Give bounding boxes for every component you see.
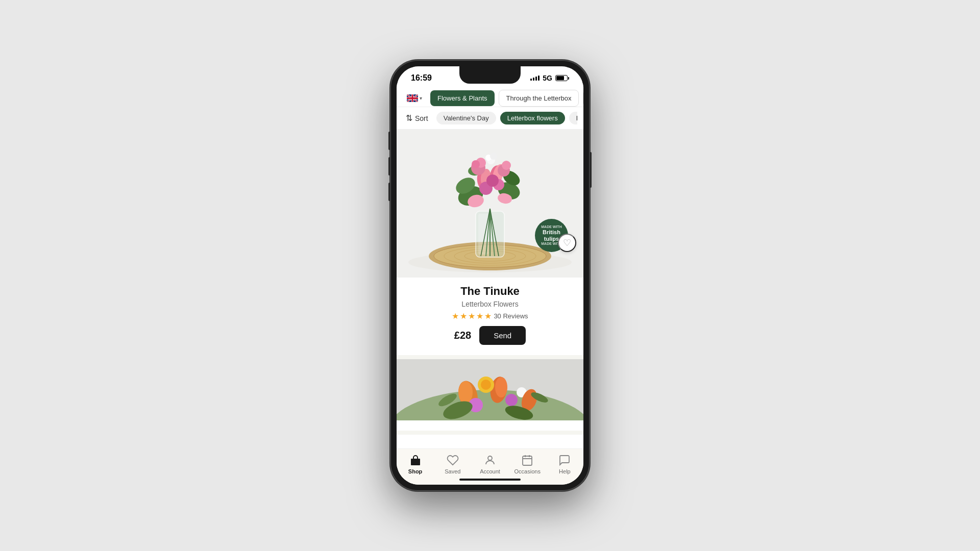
phone-screen: 16:59 5G (397, 66, 583, 485)
svg-point-31 (490, 153, 497, 160)
sort-icon: ⇅ (406, 113, 412, 123)
send-button[interactable]: Send (479, 326, 526, 345)
main-content: ▾ Flowers & Plants Through the Letterbox… (397, 87, 583, 485)
phone-frame: 16:59 5G (390, 60, 590, 491)
svg-point-54 (488, 456, 492, 460)
status-icons: 5G (530, 74, 569, 82)
nav-label-account: Account (480, 468, 500, 474)
filter-chip-letterbox[interactable]: Letterbox flowers (500, 112, 565, 124)
svg-point-26 (472, 160, 480, 168)
filter-chip-letterbox-p[interactable]: Letterbox p... (569, 112, 577, 124)
badge-made-with: MADE WITH (541, 225, 561, 229)
home-indicator (459, 479, 521, 481)
product-price-row: £28 Send (397, 326, 583, 345)
status-time: 16:59 (411, 73, 432, 83)
language-chevron: ▾ (420, 95, 422, 101)
product-price: £28 (454, 330, 471, 341)
svg-point-44 (481, 380, 491, 390)
dynamic-island (459, 66, 521, 84)
tab-flowers-plants[interactable]: Flowers & Plants (430, 90, 495, 106)
svg-point-46 (505, 394, 518, 406)
language-selector[interactable]: ▾ (403, 91, 426, 105)
nav-item-occasions[interactable]: Occasions (509, 454, 546, 474)
filter-chip-valentines[interactable]: Valentine's Day (436, 112, 496, 124)
svg-point-40 (458, 381, 473, 404)
wishlist-button[interactable]: ♡ (558, 234, 576, 252)
product-subtitle: Letterbox Flowers (397, 300, 583, 308)
reviews-count: 30 Reviews (494, 312, 528, 320)
saved-icon (447, 454, 459, 466)
nav-item-saved[interactable]: Saved (434, 454, 471, 474)
tab-to-the[interactable]: To the... (583, 90, 583, 107)
network-type: 5G (543, 74, 552, 82)
nav-item-shop[interactable]: Shop (397, 454, 434, 474)
svg-point-34 (486, 174, 499, 187)
nav-label-help: Help (559, 468, 571, 474)
shop-icon (409, 454, 422, 466)
product-title: The Tinuke (405, 285, 575, 298)
product-card-tinuke: MADE WITH British tulips MADE WITH ♡ The… (397, 130, 583, 359)
nav-label-saved: Saved (445, 468, 460, 474)
products-list: MADE WITH British tulips MADE WITH ♡ The… (397, 130, 583, 448)
status-bar: 16:59 5G (397, 66, 583, 87)
badge-british: British (543, 229, 560, 235)
filter-bar: ⇅ Sort Valentine's Day Letterbox flowers… (397, 107, 583, 130)
occasions-icon (521, 454, 533, 466)
product-card-2 (397, 359, 583, 435)
svg-point-28 (502, 161, 511, 170)
sort-label: Sort (415, 114, 428, 122)
filter-chips: Valentine's Day Letterbox flowers Letter… (436, 112, 577, 124)
nav-item-help[interactable]: Help (546, 454, 583, 474)
battery-icon (555, 75, 569, 81)
nav-label-shop: Shop (408, 468, 423, 474)
nav-label-occasions: Occasions (514, 468, 541, 474)
sort-button[interactable]: ⇅ Sort (403, 111, 431, 125)
tab-through-letterbox[interactable]: Through the Letterbox (499, 90, 579, 107)
help-icon (558, 454, 571, 466)
top-tabs: ▾ Flowers & Plants Through the Letterbox… (397, 87, 583, 107)
star-rating: ★ ★ ★ ★ ★ (452, 311, 492, 321)
account-icon (484, 454, 496, 466)
nav-item-account[interactable]: Account (471, 454, 508, 474)
signal-bars (530, 76, 540, 81)
product-rating: ★ ★ ★ ★ ★ 30 Reviews (397, 311, 583, 321)
product-image-tinuke: MADE WITH British tulips MADE WITH ♡ (397, 130, 583, 278)
svg-rect-53 (411, 459, 420, 465)
badge-tulips: tulips (544, 236, 559, 242)
svg-rect-55 (523, 456, 532, 465)
product-image-2 (397, 359, 583, 420)
svg-point-42 (495, 377, 507, 397)
